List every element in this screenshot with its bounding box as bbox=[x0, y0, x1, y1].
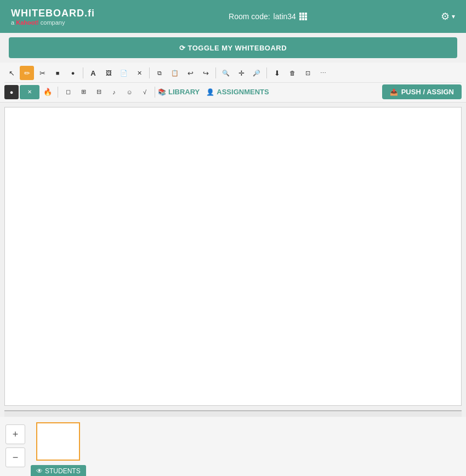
clear-tool[interactable]: ⊡ bbox=[300, 66, 315, 80]
library-icon: 📚 bbox=[158, 88, 166, 96]
eraser-x-button[interactable]: ✕ bbox=[20, 85, 39, 99]
push-assign-button[interactable]: 📤 PUSH / ASSIGN bbox=[382, 84, 462, 99]
math-button[interactable]: √ bbox=[138, 85, 152, 99]
separator-1 bbox=[83, 67, 83, 78]
settings-button[interactable]: ⚙ ▾ bbox=[441, 10, 455, 22]
room-code-label: Room code: bbox=[229, 12, 270, 21]
page-thumbnail-container: 👁 STUDENTS bbox=[31, 422, 86, 476]
assignments-link[interactable]: 👤 ASSIGNMENTS bbox=[206, 88, 269, 96]
square-tool[interactable]: ■ bbox=[50, 66, 65, 80]
cut-tool[interactable]: ✂ bbox=[35, 66, 49, 80]
table1-button[interactable]: ⊞ bbox=[76, 85, 90, 99]
download-tool[interactable]: ⬇ bbox=[270, 66, 284, 80]
toggle-whiteboard-label: ⟳ TOGGLE MY WHITEBOARD bbox=[179, 44, 287, 52]
emoji-button[interactable]: ☺ bbox=[122, 85, 137, 99]
library-link[interactable]: 📚 LIBRARY bbox=[158, 88, 200, 96]
toolbar-row2-left: ● ✕ 🔥 ◻ ⊞ ⊟ ♪ ☺ √ 📚 LIBRARY 👤 ASSIGNMENT… bbox=[4, 85, 269, 99]
students-button[interactable]: 👁 STUDENTS bbox=[31, 465, 86, 476]
whiteboard-canvas[interactable] bbox=[4, 107, 462, 406]
page-thumbnail-1[interactable] bbox=[36, 422, 80, 461]
logo-sub: a Kahoot! company bbox=[11, 19, 95, 26]
page-controls: + − bbox=[5, 424, 25, 467]
move-tool[interactable]: ✛ bbox=[234, 66, 248, 80]
circle-tool[interactable]: ● bbox=[66, 66, 80, 80]
settings-dropdown-arrow: ▾ bbox=[452, 13, 455, 20]
thumbnails-area: + − 👁 STUDENTS bbox=[0, 417, 466, 476]
toggle-bar-container: ⟳ TOGGLE MY WHITEBOARD bbox=[0, 33, 466, 63]
toolbar-row1: ↖ ✏ ✂ ■ ● A 🖼 📄 ✕ ⧉ 📋 ↩ ↪ 🔍 ✛ 🔎 ⬇ 🗑 ⊡ ⋯ bbox=[4, 64, 462, 83]
students-label: STUDENTS bbox=[45, 467, 81, 475]
fire-button[interactable]: 🔥 bbox=[41, 85, 55, 99]
document-tool[interactable]: 📄 bbox=[117, 66, 131, 80]
text-tool[interactable]: A bbox=[86, 66, 100, 80]
separator-row2b bbox=[155, 87, 155, 98]
toggle-whiteboard-button[interactable]: ⟳ TOGGLE MY WHITEBOARD bbox=[9, 37, 457, 58]
room-code-area: Room code: latin34 bbox=[229, 12, 307, 21]
gear-icon: ⚙ bbox=[441, 10, 450, 22]
separator-2 bbox=[149, 67, 150, 78]
separator-3 bbox=[215, 67, 216, 78]
zoom-out-tool[interactable]: 🔎 bbox=[249, 66, 264, 80]
color-black-button[interactable]: ● bbox=[4, 85, 19, 99]
table2-button[interactable]: ⊟ bbox=[92, 85, 106, 99]
eraser-shape-button[interactable]: ◻ bbox=[61, 85, 75, 99]
grid-icon bbox=[299, 13, 307, 20]
assignments-label: ASSIGNMENTS bbox=[217, 88, 269, 96]
redo-tool[interactable]: ↪ bbox=[198, 66, 213, 80]
nav-links: 📚 LIBRARY 👤 ASSIGNMENTS bbox=[158, 88, 269, 96]
image-tool[interactable]: 🖼 bbox=[101, 66, 116, 80]
assignments-icon: 👤 bbox=[206, 88, 214, 96]
eraser-x-icon: ✕ bbox=[27, 89, 32, 95]
push-assign-label: PUSH / ASSIGN bbox=[401, 88, 454, 96]
separator-row2 bbox=[58, 87, 58, 98]
separator-4 bbox=[266, 67, 267, 78]
logo-text: WHITEBOARD.fi bbox=[11, 8, 95, 19]
bottom-strip bbox=[4, 410, 462, 417]
toolbar-area: ↖ ✏ ✂ ■ ● A 🖼 📄 ✕ ⧉ 📋 ↩ ↪ 🔍 ✛ 🔎 ⬇ 🗑 ⊡ ⋯ … bbox=[0, 63, 466, 103]
room-code-value: latin34 bbox=[274, 12, 296, 21]
add-page-button[interactable]: + bbox=[5, 424, 25, 444]
select-tool[interactable]: ↖ bbox=[4, 66, 19, 80]
more-tool[interactable]: ⋯ bbox=[316, 66, 330, 80]
pen-tool[interactable]: ✏ bbox=[20, 66, 34, 80]
push-assign-icon: 📤 bbox=[390, 88, 398, 96]
undo-tool[interactable]: ↩ bbox=[183, 66, 197, 80]
kahoot-brand: Kahoot! bbox=[16, 19, 39, 26]
copy-tool[interactable]: ⧉ bbox=[152, 66, 167, 80]
header: WHITEBOARD.fi a Kahoot! company Room cod… bbox=[0, 0, 466, 33]
students-eye-icon: 👁 bbox=[36, 467, 43, 475]
logo-area: WHITEBOARD.fi a Kahoot! company bbox=[11, 8, 95, 26]
toolbar-row2: ● ✕ 🔥 ◻ ⊞ ⊟ ♪ ☺ √ 📚 LIBRARY 👤 ASSIGNMENT… bbox=[4, 83, 462, 101]
zoom-in-tool[interactable]: 🔍 bbox=[219, 66, 233, 80]
delete-page-tool[interactable]: 🗑 bbox=[285, 66, 299, 80]
paste-tool[interactable]: 📋 bbox=[168, 66, 182, 80]
cross-tool[interactable]: ✕ bbox=[132, 66, 146, 80]
library-label: LIBRARY bbox=[168, 88, 200, 96]
music-button[interactable]: ♪ bbox=[107, 85, 121, 99]
remove-page-button[interactable]: − bbox=[5, 447, 25, 467]
